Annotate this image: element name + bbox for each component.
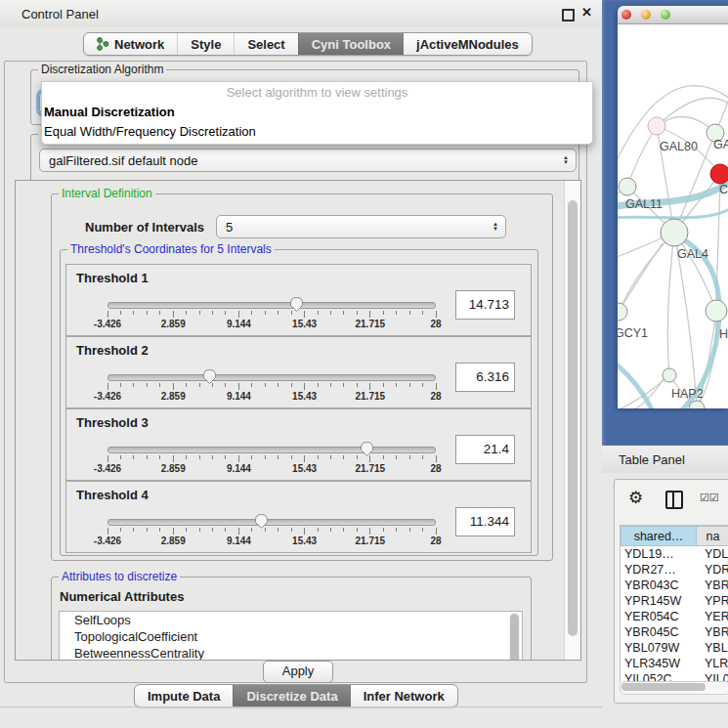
list-item[interactable]: BetweennessCentrality <box>60 645 522 661</box>
apply-button[interactable]: Apply <box>263 661 333 683</box>
thresholds-group: Threshold's Coordinates for 5 Intervals … <box>60 249 538 556</box>
table-row[interactable]: YDR27… YDR2 <box>621 562 728 578</box>
numerical-attributes-list[interactable]: SelfLoops TopologicalCoefficient Between… <box>59 611 523 661</box>
tab-infer-network-label: Infer Network <box>364 689 445 704</box>
slider-tick-labels: -3.4262.8599.14415.4321.71528 <box>107 391 436 403</box>
tab-select[interactable]: Select <box>234 33 297 55</box>
app-root: Control Panel ✕ Network Style Select <box>0 0 728 728</box>
svg-text:C: C <box>719 183 728 196</box>
algorithm-item-manual[interactable]: Manual Discretization <box>44 105 175 119</box>
table-row[interactable]: YBL079W YBL0 <box>621 640 728 656</box>
algorithm-item-equal-width[interactable]: Equal Width/Frequency Discretization <box>44 124 256 139</box>
tab-network-label: Network <box>114 37 164 52</box>
table-horizontal-scrollbar[interactable] <box>620 681 728 695</box>
tab-infer-network[interactable]: Infer Network <box>351 685 457 707</box>
table-row[interactable]: YLR345W YLR3 <box>621 656 728 671</box>
slider-ticks <box>107 455 436 463</box>
attributes-group-title: Attributes to discretize <box>59 570 180 584</box>
threshold-slider[interactable]: -3.4262.8599.14415.4321.71528 <box>96 370 448 404</box>
tab-impute-data[interactable]: Impute Data <box>135 685 233 707</box>
tab-style[interactable]: Style <box>177 33 234 55</box>
close-icon[interactable]: ✕ <box>581 5 592 20</box>
network-svg: GAL80GACGAL11GAL4GCY1HHAP2 <box>618 24 728 408</box>
threshold-label: Threshold 3 <box>76 415 149 430</box>
settings-vertical-scrollbar[interactable] <box>564 181 580 660</box>
discretization-algorithm-group-title: Discretization Algorithm <box>38 63 166 77</box>
tab-jactivemnodules[interactable]: jActiveMNodules <box>404 33 532 55</box>
table-panel-container: ⚙ ☑☑ shared… na YDL19… YDL1 <box>614 479 728 704</box>
svg-text:HAP2: HAP2 <box>671 387 704 401</box>
number-of-intervals-combo[interactable]: 5 ▲▼ <box>216 215 506 238</box>
list-item[interactable]: SelfLoops <box>60 612 522 628</box>
node-table[interactable]: shared… na YDL19… YDL1 YDR27… <box>620 525 728 682</box>
gear-icon[interactable]: ⚙ <box>628 488 643 508</box>
tab-discretize-data[interactable]: Discretize Data <box>233 685 350 707</box>
zoom-traffic-light-icon[interactable] <box>661 10 670 20</box>
tab-style-label: Style <box>191 37 221 52</box>
checkboxes-icon[interactable]: ☑☑ <box>700 492 719 504</box>
thresholds-group-title: Threshold's Coordinates for 5 Intervals <box>67 242 275 257</box>
number-of-intervals-value: 5 <box>226 220 233 235</box>
tab-network[interactable]: Network <box>84 33 177 55</box>
tab-select-label: Select <box>247 37 284 52</box>
threshold-panel: Threshold 2 <box>65 336 532 408</box>
slider-rail <box>107 519 436 526</box>
table-row[interactable]: YDL19… YDL1 <box>621 546 728 562</box>
slider-ticks <box>107 528 436 535</box>
threshold-label: Threshold 1 <box>76 271 149 285</box>
interval-definition-group: Interval Definition Number of Intervals … <box>51 193 553 561</box>
column-header-shared-name[interactable]: shared… <box>621 526 697 546</box>
tab-discretize-data-label: Discretize Data <box>246 689 337 704</box>
attributes-list-scrollbar[interactable] <box>509 614 520 661</box>
svg-text:GA: GA <box>713 138 728 151</box>
list-item[interactable]: TopologicalCoefficient <box>60 628 522 645</box>
threshold-value-field[interactable]: 6.316 <box>455 363 515 392</box>
threshold-label: Threshold 2 <box>76 343 149 358</box>
threshold-slider[interactable]: -3.4262.8599.14415.4321.71528 <box>96 443 448 476</box>
network-window-titlebar <box>618 6 728 24</box>
slider-rail <box>107 447 436 453</box>
network-view-window: GAL80GACGAL11GAL4GCY1HHAP2 <box>618 6 728 408</box>
float-window-icon[interactable] <box>562 9 575 21</box>
attribute-items: SelfLoops TopologicalCoefficient Between… <box>60 612 522 661</box>
table-row[interactable]: YBR045C YBR0 <box>621 624 728 640</box>
svg-text:GAL4: GAL4 <box>677 247 708 261</box>
combo-arrows-icon: ▲▼ <box>492 222 498 232</box>
column-header-name[interactable]: na <box>697 526 728 546</box>
numerical-attributes-label: Numerical Attributes <box>60 589 184 604</box>
close-traffic-light-icon[interactable] <box>621 10 631 20</box>
settings-scrollpane: Interval Definition Number of Intervals … <box>15 180 581 661</box>
table-row[interactable]: YBR043C YBR0 <box>621 578 728 593</box>
table-data-combo[interactable]: galFiltered.sif default node ▲▼ <box>39 149 577 172</box>
number-of-intervals-label: Number of Intervals <box>85 220 204 235</box>
network-canvas[interactable]: GAL80GACGAL11GAL4GCY1HHAP2 <box>618 24 728 408</box>
split-columns-icon[interactable] <box>665 491 683 509</box>
combo-arrows-icon: ▲▼ <box>563 155 569 165</box>
threshold-slider[interactable]: -3.4262.8599.14415.4321.71528 <box>96 298 448 331</box>
bottom-divider <box>0 707 602 707</box>
threshold-value-field[interactable]: 11.344 <box>455 507 515 536</box>
table-panel-region: Table Panel ⚙ ☑☑ shared… na YDL19… <box>602 446 728 728</box>
threshold-label: Threshold 4 <box>76 488 149 502</box>
tab-jactivemnodules-label: jActiveMNodules <box>416 37 519 52</box>
table-row[interactable]: YER054C YER0 <box>621 609 728 624</box>
table-header-row: shared… na <box>621 526 728 546</box>
threshold-panel: Threshold 3 <box>65 408 532 481</box>
table-panel-titlebar: Table Panel <box>602 446 728 473</box>
slider-ticks <box>107 383 436 391</box>
slider-rail <box>107 374 436 381</box>
tab-cyni-toolbox-label: Cyni Toolbox <box>312 37 391 52</box>
threshold-panel: Threshold 4 <box>65 481 532 553</box>
table-panel-title: Table Panel <box>619 452 685 467</box>
tab-cyni-toolbox[interactable]: Cyni Toolbox <box>298 33 404 55</box>
threshold-value-field[interactable]: 21.4 <box>455 435 515 464</box>
algorithm-prompt-item[interactable]: Select algorithm to view settings <box>42 85 592 100</box>
network-desktop-background: GAL80GACGAL11GAL4GCY1HHAP2 <box>602 0 728 446</box>
threshold-value-field[interactable]: 14.713 <box>455 290 515 320</box>
slider-tick-labels: -3.4262.8599.14415.4321.71528 <box>107 463 436 475</box>
minimize-traffic-light-icon[interactable] <box>641 10 651 20</box>
table-row[interactable]: YPR145W YPR1 <box>621 593 728 609</box>
right-region: GAL80GACGAL11GAL4GCY1HHAP2 Table Panel ⚙… <box>602 0 728 728</box>
threshold-slider[interactable]: -3.4262.8599.14415.4321.71528 <box>96 515 448 548</box>
attributes-group: Attributes to discretize Numerical Attri… <box>51 577 532 661</box>
